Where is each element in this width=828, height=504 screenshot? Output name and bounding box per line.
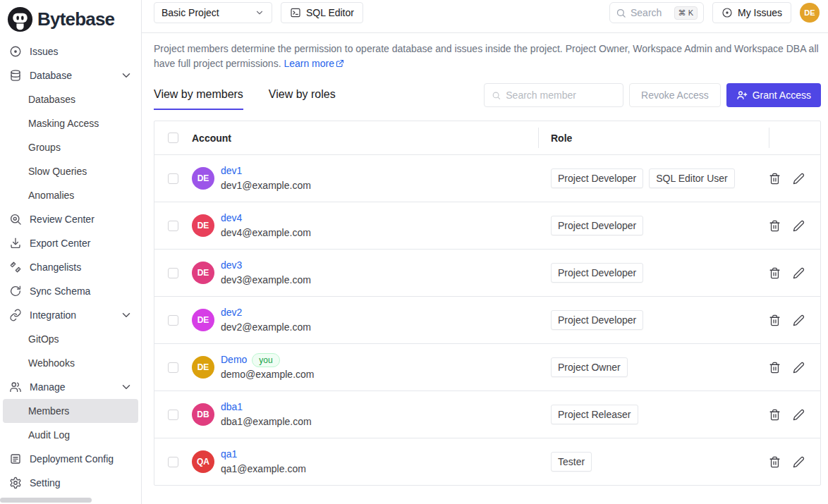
member-name-link[interactable]: dev2 bbox=[221, 305, 311, 320]
chevron-down-icon bbox=[120, 381, 133, 393]
edit-member-button[interactable] bbox=[793, 220, 805, 232]
sidebar-item-changelists[interactable]: Changelists bbox=[0, 255, 141, 279]
trash-icon bbox=[769, 267, 781, 279]
pencil-icon bbox=[793, 314, 805, 326]
edit-member-button[interactable] bbox=[793, 409, 805, 421]
topbar-right: Search ⌘ K My Issues DE bbox=[609, 2, 820, 23]
sidebar-item-issues[interactable]: Issues bbox=[0, 39, 141, 63]
tab-view-by-roles[interactable]: View by roles bbox=[269, 81, 336, 110]
delete-member-button[interactable] bbox=[769, 362, 781, 374]
row-checkbox[interactable] bbox=[168, 268, 178, 278]
avatar: DE bbox=[192, 214, 214, 237]
terminal-icon bbox=[290, 7, 301, 18]
edit-member-button[interactable] bbox=[793, 362, 805, 374]
sidebar-item-anomalies[interactable]: Anomalies bbox=[0, 183, 141, 207]
sidebar-item-review-center[interactable]: Review Center bbox=[0, 207, 141, 231]
sidebar-item-export-center[interactable]: Export Center bbox=[0, 231, 141, 255]
delete-member-button[interactable] bbox=[769, 456, 781, 468]
row-checkbox[interactable] bbox=[168, 410, 178, 420]
sidebar-item-integration[interactable]: Integration bbox=[0, 303, 141, 327]
sidebar-item-webhooks[interactable]: Webhooks bbox=[0, 351, 141, 375]
grant-access-button[interactable]: Grant Access bbox=[726, 83, 821, 107]
link-icon bbox=[9, 309, 22, 321]
avatar: QA bbox=[192, 450, 214, 473]
column-header-role: Role bbox=[538, 121, 769, 154]
sidebar-item-databases[interactable]: Databases bbox=[0, 87, 141, 111]
pencil-icon bbox=[793, 409, 805, 421]
sidebar-item-deployment-config[interactable]: Deployment Config bbox=[0, 447, 141, 471]
issue-circle-dot-icon bbox=[9, 45, 22, 58]
project-select[interactable]: Basic Project bbox=[154, 2, 272, 23]
delete-member-button[interactable] bbox=[769, 314, 781, 326]
edit-member-button[interactable] bbox=[793, 314, 805, 326]
sidebar-horizontal-scrollbar[interactable] bbox=[0, 498, 92, 503]
member-name-link[interactable]: Demo bbox=[221, 352, 247, 367]
delete-member-button[interactable] bbox=[769, 267, 781, 279]
member-name-link[interactable]: qa1 bbox=[221, 447, 306, 462]
pencil-icon bbox=[793, 220, 805, 232]
row-checkbox[interactable] bbox=[168, 457, 178, 467]
tabbar: View by members View by roles Revoke Acc… bbox=[154, 79, 821, 111]
chevron-down-icon bbox=[120, 69, 133, 82]
bytebase-logo[interactable]: Bytebase bbox=[0, 0, 141, 37]
brand-name: Bytebase bbox=[37, 8, 114, 30]
sidebar-item-manage[interactable]: Manage bbox=[0, 375, 141, 399]
app-window: Bytebase Issues Database Databases Maski… bbox=[0, 0, 828, 504]
role-badge: SQL Editor User bbox=[649, 168, 734, 188]
avatar: DB bbox=[192, 403, 214, 426]
member-search-box bbox=[484, 83, 623, 107]
sidebar-item-sync-schema[interactable]: Sync Schema bbox=[0, 279, 141, 303]
sidebar-item-audit-log[interactable]: Audit Log bbox=[0, 423, 141, 447]
search-icon bbox=[616, 8, 626, 18]
row-checkbox[interactable] bbox=[168, 173, 178, 184]
member-name-link[interactable]: dev3 bbox=[221, 258, 311, 273]
sidebar: Bytebase Issues Database Databases Maski… bbox=[0, 0, 142, 504]
sidebar-item-groups[interactable]: Groups bbox=[0, 135, 141, 159]
sidebar-item-masking-access[interactable]: Masking Access bbox=[0, 111, 141, 135]
role-badge: Project Developer bbox=[551, 310, 643, 330]
delete-member-button[interactable] bbox=[769, 173, 781, 185]
member-name-link[interactable]: dev1 bbox=[221, 164, 311, 178]
tab-view-by-members[interactable]: View by members bbox=[154, 81, 243, 110]
member-search-input[interactable] bbox=[506, 90, 616, 101]
pencil-ruler-icon bbox=[9, 261, 22, 273]
member-email: dba1@example.com bbox=[221, 414, 312, 429]
row-checkbox[interactable] bbox=[168, 362, 178, 373]
row-checkbox[interactable] bbox=[168, 221, 178, 231]
select-all-checkbox[interactable] bbox=[168, 133, 178, 143]
avatar: DE bbox=[192, 167, 214, 190]
my-issues-button[interactable]: My Issues bbox=[712, 2, 791, 23]
role-badge: Tester bbox=[551, 452, 592, 472]
delete-member-button[interactable] bbox=[769, 409, 781, 421]
edit-member-button[interactable] bbox=[793, 267, 805, 279]
trash-icon bbox=[769, 456, 781, 468]
sidebar-item-members[interactable]: Members bbox=[3, 399, 138, 423]
sidebar-item-database[interactable]: Database bbox=[0, 63, 141, 87]
sidebar-item-setting[interactable]: Setting bbox=[0, 471, 141, 495]
revoke-access-button[interactable]: Revoke Access bbox=[629, 83, 721, 107]
column-header-actions bbox=[769, 121, 820, 154]
pencil-icon bbox=[793, 173, 805, 185]
delete-member-button[interactable] bbox=[769, 220, 781, 232]
sidebar-item-slow-queries[interactable]: Slow Queries bbox=[0, 159, 141, 183]
edit-member-button[interactable] bbox=[793, 173, 805, 185]
user-avatar[interactable]: DE bbox=[800, 3, 820, 23]
table-row: DE Demo you demo@example.com Project Own… bbox=[154, 343, 820, 391]
issue-circle-dot-icon bbox=[722, 7, 733, 18]
member-email: demo@example.com bbox=[221, 367, 315, 382]
external-link-icon bbox=[336, 59, 344, 68]
member-name-link[interactable]: dba1 bbox=[221, 400, 312, 414]
row-checkbox[interactable] bbox=[168, 315, 178, 326]
learn-more-link[interactable]: Learn more bbox=[284, 58, 344, 69]
edit-member-button[interactable] bbox=[793, 456, 805, 468]
sidebar-item-gitops[interactable]: GitOps bbox=[0, 327, 141, 351]
database-icon bbox=[9, 69, 22, 82]
table-row: DB dba1 dba1@example.com Project Release… bbox=[154, 391, 820, 438]
sql-editor-button[interactable]: SQL Editor bbox=[281, 2, 363, 23]
avatar: DE bbox=[192, 309, 214, 331]
member-name-link[interactable]: dev4 bbox=[221, 211, 311, 226]
global-search[interactable]: Search ⌘ K bbox=[609, 2, 704, 23]
download-icon bbox=[9, 237, 22, 250]
table-row: DE dev2 dev2@example.com Project Develop… bbox=[154, 296, 820, 343]
user-plus-icon bbox=[736, 90, 748, 101]
